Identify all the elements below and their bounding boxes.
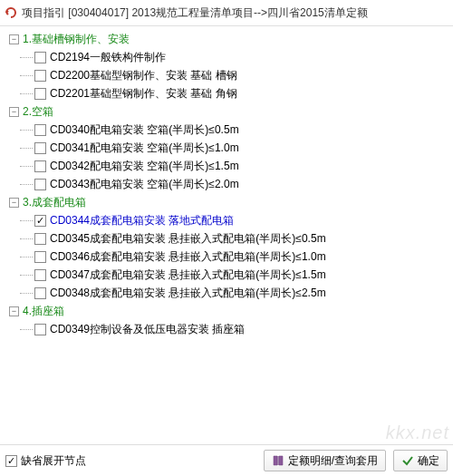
item-label: 成套配电箱安装 悬挂嵌入式配电箱(半周长)≤0.5m: [90, 229, 326, 248]
item-code: CD0346: [50, 248, 90, 266]
item-code: CD0349: [50, 320, 90, 338]
collapse-toggle[interactable]: −: [9, 306, 19, 316]
item-checkbox[interactable]: [34, 269, 46, 281]
book-icon: [272, 454, 284, 467]
title-bar: 项目指引 [030404017] 2013规范工程量清单项目-->四川省2015…: [0, 0, 453, 26]
item-label: 控制设备及低压电器安装 插座箱: [90, 320, 245, 338]
tree-item[interactable]: CD0341 配电箱安装 空箱(半周长)≤1.0m: [2, 139, 451, 157]
item-label: 一般铁构件制作: [90, 48, 166, 66]
expand-default-label: 缺省展开节点: [21, 453, 86, 469]
item-code: CD0345: [50, 229, 90, 248]
detail-query-label: 定额明细/查询套用: [288, 453, 378, 469]
ok-label: 确定: [418, 453, 439, 469]
tree-item[interactable]: CD2200 基础型钢制作、安装 基础 槽钢: [2, 66, 451, 84]
check-icon: [401, 454, 414, 467]
tree-item[interactable]: CD0348 成套配电箱安装 悬挂嵌入式配电箱(半周长)≤2.5m: [2, 284, 451, 302]
item-label: 成套配电箱安装 悬挂嵌入式配电箱(半周长)≤2.5m: [90, 284, 326, 302]
item-code: CD0341: [50, 139, 90, 157]
item-checkbox[interactable]: [34, 233, 46, 245]
tree-item[interactable]: CD0344 成套配电箱安装 落地式配电箱: [2, 211, 451, 229]
section-label: 2.空箱: [23, 102, 53, 121]
item-code: CD2194: [50, 48, 90, 66]
item-checkbox[interactable]: [34, 52, 46, 63]
item-code: CD0340: [50, 121, 90, 139]
tree-view: −1.基础槽钢制作、安装CD2194 一般铁构件制作CD2200 基础型钢制作、…: [0, 26, 453, 444]
item-code: CD0344: [50, 211, 90, 229]
item-label: 配电箱安装 空箱(半周长)≤1.0m: [90, 139, 239, 157]
section-2[interactable]: −2.空箱: [2, 102, 451, 121]
item-checkbox[interactable]: [34, 160, 46, 172]
expand-default-row[interactable]: 缺省展开节点: [5, 453, 86, 469]
section-label: 1.基础槽钢制作、安装: [23, 30, 130, 48]
item-checkbox[interactable]: [34, 70, 46, 82]
tree-item[interactable]: CD2201 基础型钢制作、安装 基础 角钢: [2, 84, 451, 102]
section-3[interactable]: −3.成套配电箱: [2, 193, 451, 211]
item-label: 基础型钢制作、安装 基础 角钢: [90, 84, 237, 102]
item-code: CD2200: [50, 66, 90, 84]
section-label: 3.成套配电箱: [23, 193, 86, 211]
item-label: 成套配电箱安装 悬挂嵌入式配电箱(半周长)≤1.0m: [90, 248, 326, 266]
tree-item[interactable]: CD0346 成套配电箱安装 悬挂嵌入式配电箱(半周长)≤1.0m: [2, 248, 451, 266]
item-checkbox[interactable]: [34, 251, 46, 263]
item-code: CD0347: [50, 266, 90, 284]
item-checkbox[interactable]: [34, 215, 46, 227]
item-checkbox[interactable]: [34, 287, 46, 299]
item-code: CD0342: [50, 157, 90, 175]
item-checkbox[interactable]: [34, 124, 46, 136]
footer-bar: 缺省展开节点 定额明细/查询套用 确定: [0, 444, 453, 476]
item-code: CD0348: [50, 284, 90, 302]
app-icon: [4, 5, 18, 20]
tree-item[interactable]: CD0340 配电箱安装 空箱(半周长)≤0.5m: [2, 121, 451, 139]
item-label: 配电箱安装 空箱(半周长)≤1.5m: [90, 157, 239, 175]
tree-item[interactable]: CD2194 一般铁构件制作: [2, 48, 451, 66]
item-code: CD2201: [50, 84, 90, 102]
tree-item[interactable]: CD0349 控制设备及低压电器安装 插座箱: [2, 320, 451, 338]
expand-default-checkbox[interactable]: [5, 455, 17, 467]
item-label: 配电箱安装 空箱(半周长)≤2.0m: [90, 175, 239, 193]
item-checkbox[interactable]: [34, 324, 46, 335]
collapse-toggle[interactable]: −: [9, 107, 19, 117]
item-label: 配电箱安装 空箱(半周长)≤0.5m: [90, 121, 239, 139]
collapse-toggle[interactable]: −: [9, 198, 19, 208]
item-code: CD0343: [50, 175, 90, 193]
tree-item[interactable]: CD0343 配电箱安装 空箱(半周长)≤2.0m: [2, 175, 451, 193]
item-label: 基础型钢制作、安装 基础 槽钢: [90, 66, 237, 84]
section-1[interactable]: −1.基础槽钢制作、安装: [2, 30, 451, 48]
window-title: 项目指引 [030404017] 2013规范工程量清单项目-->四川省2015…: [22, 5, 368, 21]
section-label: 4.插座箱: [23, 302, 64, 320]
item-label: 成套配电箱安装 落地式配电箱: [90, 211, 234, 229]
tree-item[interactable]: CD0347 成套配电箱安装 悬挂嵌入式配电箱(半周长)≤1.5m: [2, 266, 451, 284]
item-checkbox[interactable]: [34, 179, 46, 190]
item-label: 成套配电箱安装 悬挂嵌入式配电箱(半周长)≤1.5m: [90, 266, 326, 284]
tree-item[interactable]: CD0345 成套配电箱安装 悬挂嵌入式配电箱(半周长)≤0.5m: [2, 229, 451, 248]
item-checkbox[interactable]: [34, 88, 46, 100]
item-checkbox[interactable]: [34, 142, 46, 154]
tree-item[interactable]: CD0342 配电箱安装 空箱(半周长)≤1.5m: [2, 157, 451, 175]
collapse-toggle[interactable]: −: [9, 34, 19, 44]
section-4[interactable]: −4.插座箱: [2, 302, 451, 320]
detail-query-button[interactable]: 定额明细/查询套用: [264, 450, 386, 471]
ok-button[interactable]: 确定: [393, 450, 448, 471]
